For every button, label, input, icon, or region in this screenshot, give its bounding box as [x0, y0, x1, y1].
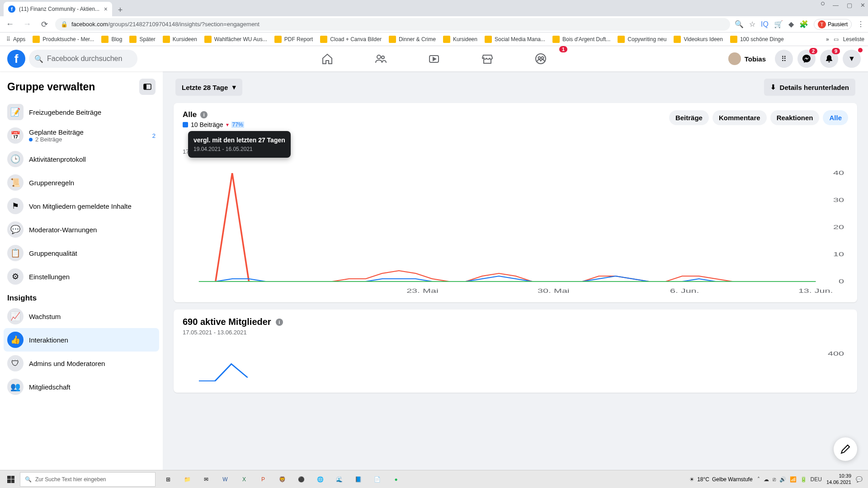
date-range-dropdown[interactable]: Letzte 28 Tage ▾ [175, 79, 242, 96]
apps-shortcut[interactable]: ⠿Apps [4, 35, 28, 43]
bookmark-folder-icon [443, 36, 450, 43]
sidebar-item[interactable]: 🛡Admins und Moderatoren [4, 352, 159, 375]
tab-close-icon[interactable]: × [104, 5, 108, 13]
excel-icon[interactable]: X [235, 471, 253, 488]
sidebar-item[interactable]: 👍Interaktionen [4, 328, 159, 352]
download-details-button[interactable]: ⬇ Details herunterladen [764, 79, 855, 96]
extensions-puzzle-icon[interactable]: 🧩 [799, 20, 808, 28]
menu-grid-button[interactable]: ⠿ [775, 50, 793, 68]
bookmark-item[interactable]: 100 schöne Dinge [727, 35, 787, 44]
cart-extension-icon[interactable]: 🛒 [774, 20, 783, 28]
bookmarks-overflow-icon[interactable]: » [826, 36, 829, 42]
metric-pill[interactable]: Beiträge [669, 110, 709, 125]
sidebar-item[interactable]: 🕒Aktivitätenprotokoll [4, 147, 159, 171]
notepad-icon[interactable]: 📄 [368, 471, 386, 488]
info-icon[interactable]: i [276, 319, 283, 326]
volume-icon[interactable]: 🔊 [779, 476, 786, 483]
sidebar-item[interactable]: ⚙Einstellungen [4, 265, 159, 288]
action-center-icon[interactable]: 💬 [856, 476, 863, 483]
address-bar[interactable]: 🔒 facebook.com/groups/214827109704148/in… [55, 18, 730, 31]
bookmark-item[interactable]: Wahlfächer WU Aus... [202, 35, 270, 44]
maximize-icon[interactable]: ▢ [847, 2, 852, 9]
extension-icon[interactable]: ◆ [788, 20, 794, 28]
new-tab-button[interactable]: + [114, 4, 127, 16]
zoom-icon[interactable]: 🔍 [735, 20, 744, 28]
close-window-icon[interactable]: ✕ [860, 2, 865, 9]
bookmark-star-icon[interactable]: ☆ [749, 20, 755, 28]
bookmark-item[interactable]: Cload + Canva Bilder [317, 35, 384, 44]
back-icon[interactable]: ← [4, 19, 16, 29]
info-icon[interactable]: i [200, 111, 208, 118]
tray-chevron-icon[interactable]: ˄ [757, 476, 760, 483]
metric-pill[interactable]: Kommentare [712, 110, 767, 125]
compose-fab[interactable] [834, 437, 857, 461]
cloud-icon[interactable]: ☁ [764, 476, 769, 483]
obs-icon[interactable]: ⚫ [292, 471, 310, 488]
profile-paused-chip[interactable]: T Pausiert [814, 19, 852, 30]
reload-icon[interactable]: ⟳ [38, 19, 51, 29]
brave-icon[interactable]: 🦁 [273, 471, 291, 488]
nav-home-icon[interactable] [302, 48, 352, 70]
taskbar-clock[interactable]: 10:39 14.06.2021 [826, 473, 851, 485]
sidebar-collapse-button[interactable] [139, 79, 156, 95]
nav-watch-icon[interactable] [409, 48, 459, 70]
start-button[interactable] [2, 471, 20, 488]
menu-dots-icon[interactable]: ⋮ [857, 20, 864, 28]
account-dropdown-button[interactable]: ▼ [843, 50, 861, 68]
bookmark-item[interactable]: Copywriting neu [615, 35, 669, 44]
bookmark-item[interactable]: Social Media Mana... [482, 35, 548, 44]
facebook-search[interactable]: 🔍 Facebook durchsuchen [29, 50, 137, 68]
powerpoint-icon[interactable]: P [254, 471, 272, 488]
sidebar-item[interactable]: 📝Freizugebende Beiträge [4, 100, 159, 124]
iq-extension-icon[interactable]: IQ [761, 20, 769, 28]
browser-tab[interactable]: f (11) Finanz Community - Aktien... × [4, 2, 112, 16]
bookmark-item[interactable]: Produktsuche - Mer... [30, 35, 97, 44]
wifi-icon[interactable]: 📶 [790, 476, 797, 483]
task-view-icon[interactable]: ⊞ [159, 471, 177, 488]
mail-icon[interactable]: ✉ [197, 471, 215, 488]
facebook-logo[interactable]: f [7, 50, 25, 68]
sidebar-title: Gruppe verwalten [7, 81, 95, 93]
sidebar-item[interactable]: 👥Mitgliedschaft [4, 375, 159, 399]
notifications-button[interactable]: 9 [820, 50, 838, 68]
weather-widget[interactable]: ☀ 18°C Gelbe Warnstufe [689, 476, 752, 483]
messenger-badge: 2 [809, 48, 817, 54]
url-path: /groups/214827109704148/insights/?sectio… [108, 21, 259, 28]
minimize-icon[interactable]: — [833, 2, 839, 9]
bookmark-item[interactable]: Kursideen [440, 35, 480, 44]
taskbar-search[interactable]: 🔍 Zur Suche Text hier eingeben [20, 472, 156, 487]
nav-marketplace-icon[interactable] [462, 48, 512, 70]
cast-icon[interactable]: ⎚ [773, 476, 776, 483]
metric-pill[interactable]: Reaktionen [770, 110, 820, 125]
active-members-card: 690 aktive Mitglieder i 17.05.2021 - 13.… [174, 310, 857, 393]
sidebar-item[interactable]: ⚑Von Mitgliedern gemeldete Inhalte [4, 194, 159, 218]
chrome-icon[interactable]: 🌐 [311, 471, 329, 488]
profile-chip[interactable]: Tobias [726, 51, 770, 67]
reading-list-button[interactable]: Leseliste [843, 36, 864, 42]
nav-friends-icon[interactable] [356, 48, 406, 70]
sidebar-item[interactable]: 📋Gruppenqualität [4, 241, 159, 265]
bookmark-item[interactable]: Dinner & Crime [386, 35, 439, 44]
battery-icon[interactable]: 🔋 [800, 476, 807, 483]
bookmark-item[interactable]: Kursideen [160, 35, 200, 44]
sidebar-item[interactable]: 📜Gruppenregeln [4, 171, 159, 194]
bookmark-item[interactable]: Blog [99, 35, 125, 44]
bookmark-item[interactable]: Bois d'Argent Duft... [550, 35, 613, 44]
metric-pill[interactable]: Alle [823, 110, 848, 125]
sidebar-item[interactable]: 📅Geplante Beiträge2 Beiträge2 [4, 124, 159, 147]
sidebar-item[interactable]: 💬Moderator-Warnungen [4, 218, 159, 241]
account-indicator-icon[interactable] [821, 2, 825, 5]
edge-icon[interactable]: 🌊 [330, 471, 348, 488]
spotify-icon[interactable]: ● [387, 471, 405, 488]
explorer-icon[interactable]: 📁 [178, 471, 196, 488]
sidebar-item[interactable]: 📈Wachstum [4, 305, 159, 328]
bookmark-item[interactable]: Videokurs Ideen [671, 35, 726, 44]
app-icon[interactable]: 📘 [349, 471, 367, 488]
bookmark-item[interactable]: Später [127, 35, 158, 44]
language-indicator[interactable]: DEU [811, 476, 822, 483]
nav-groups-icon[interactable]: 1 [516, 48, 566, 70]
word-icon[interactable]: W [216, 471, 234, 488]
bookmark-item[interactable]: PDF Report [272, 35, 316, 44]
svg-text:40: 40 [833, 170, 844, 176]
messenger-button[interactable]: 2 [797, 50, 816, 68]
